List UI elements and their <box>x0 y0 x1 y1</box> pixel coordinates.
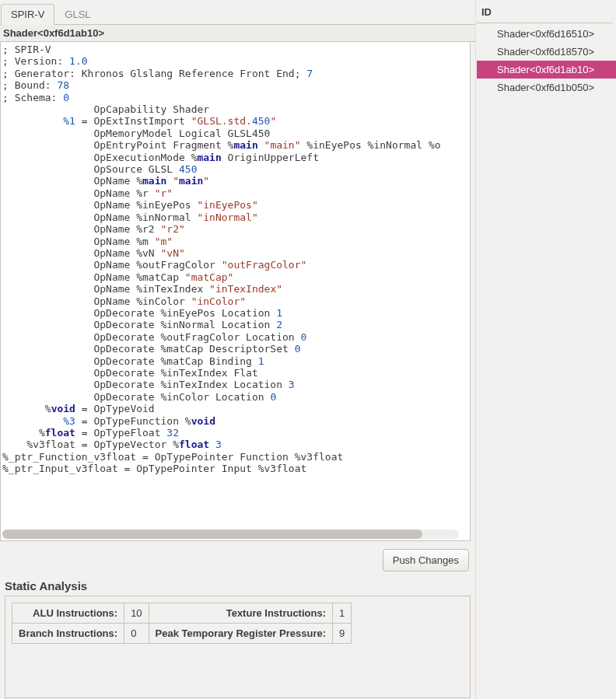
table-row: Branch Instructions: 0 Peak Temporary Re… <box>12 624 352 644</box>
id-list-item[interactable]: Shader<0xf6d1ab10> <box>477 61 616 79</box>
scrollbar-horizontal[interactable] <box>2 529 459 539</box>
id-column-header[interactable]: ID <box>477 3 613 23</box>
static-analysis-panel: ALU Instructions: 10 Texture Instruction… <box>5 596 471 698</box>
id-list: Shader<0xf6d16510>Shader<0xf6d18570>Shad… <box>477 23 616 96</box>
button-row: Push Changes <box>0 541 475 579</box>
id-list-item[interactable]: Shader<0xf6d1b050> <box>477 79 616 96</box>
sa-value: 0 <box>124 624 149 644</box>
id-list-item[interactable]: Shader<0xf6d18570> <box>477 43 616 61</box>
sa-label: Texture Instructions: <box>149 603 332 624</box>
sa-value: 1 <box>333 603 352 624</box>
scrollbar-horizontal-thumb[interactable] <box>2 529 422 539</box>
push-changes-button[interactable]: Push Changes <box>383 549 469 571</box>
sa-label: ALU Instructions: <box>12 603 124 624</box>
scrollbar-vertical[interactable] <box>459 44 468 528</box>
code-text: ; SPIR-V ; Version: 1.0 ; Generator: Khr… <box>2 44 470 475</box>
sa-value: 9 <box>333 624 352 644</box>
static-analysis-table: ALU Instructions: 10 Texture Instruction… <box>12 603 352 644</box>
tab-bar: SPIR-V GLSL <box>0 0 475 25</box>
shader-title: Shader<0xf6d1ab10> <box>0 25 475 42</box>
sa-label: Peak Temporary Register Pressure: <box>149 624 332 644</box>
app-root: SPIR-V GLSL Shader<0xf6d1ab10> ; SPIR-V … <box>0 0 616 699</box>
id-list-item[interactable]: Shader<0xf6d16510> <box>477 25 616 43</box>
right-pane: ID Shader<0xf6d16510>Shader<0xf6d18570>S… <box>475 0 616 699</box>
sa-value: 10 <box>124 603 149 624</box>
code-scroll-area[interactable]: ; SPIR-V ; Version: 1.0 ; Generator: Khr… <box>1 42 470 540</box>
code-viewer: ; SPIR-V ; Version: 1.0 ; Generator: Khr… <box>0 42 471 541</box>
sa-label: Branch Instructions: <box>12 624 124 644</box>
tab-glsl[interactable]: GLSL <box>54 4 100 25</box>
left-pane: SPIR-V GLSL Shader<0xf6d1ab10> ; SPIR-V … <box>0 0 475 699</box>
table-row: ALU Instructions: 10 Texture Instruction… <box>12 603 352 624</box>
tab-spirv[interactable]: SPIR-V <box>1 4 54 25</box>
static-analysis-title: Static Analysis <box>0 579 475 596</box>
